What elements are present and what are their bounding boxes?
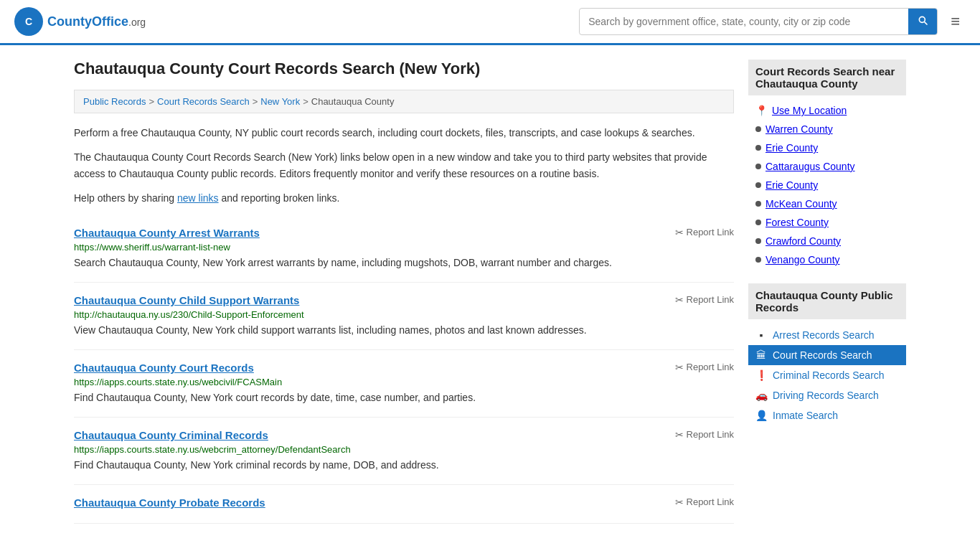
nearby-forest[interactable]: Forest County — [748, 213, 906, 232]
result-url-0: https://www.sheriff.us/warrant-list-new — [74, 242, 734, 253]
report-link-2[interactable]: ✂ Report Link — [675, 362, 734, 373]
nearby-section: Court Records Search near Chautauqua Cou… — [748, 60, 906, 269]
breadcrumb-public-records[interactable]: Public Records — [83, 96, 146, 107]
report-link-3[interactable]: ✂ Report Link — [675, 429, 734, 441]
result-desc-0: Search Chautauqua County, New York arres… — [74, 255, 734, 270]
breadcrumb: Public Records > Court Records Search > … — [74, 90, 734, 113]
nearby-warren[interactable]: Warren County — [748, 120, 906, 138]
report-link-4[interactable]: ✂ Report Link — [675, 496, 734, 508]
breadcrumb-new-york[interactable]: New York — [260, 96, 300, 107]
result-url-1: http://chautauqua.ny.us/230/Child-Suppor… — [74, 309, 734, 320]
nearby-header: Court Records Search near Chautauqua Cou… — [748, 60, 906, 95]
report-icon-2: ✂ — [675, 362, 684, 373]
report-link-0[interactable]: ✂ Report Link — [675, 227, 734, 238]
dot-icon — [755, 201, 761, 207]
public-records-header: Chautauqua County Public Records — [748, 283, 906, 319]
dot-icon — [755, 220, 761, 225]
public-records-section: Chautauqua County Public Records ▪ Arres… — [748, 283, 906, 425]
description-1: Perform a free Chautauqua County, NY pub… — [74, 125, 734, 141]
pr-court[interactable]: 🏛 Court Records Search — [748, 345, 906, 365]
result-desc-2: Find Chautauqua County, New York court r… — [74, 390, 734, 405]
description-2: The Chautauqua County Court Records Sear… — [74, 149, 734, 182]
report-link-1[interactable]: ✂ Report Link — [675, 294, 734, 306]
logo-icon: C — [14, 7, 43, 36]
dot-icon — [755, 164, 761, 169]
result-item-1: Chautauqua County Child Support Warrants… — [74, 283, 734, 350]
breadcrumb-court-records[interactable]: Court Records Search — [157, 96, 250, 107]
driving-icon: 🚗 — [755, 390, 767, 401]
content-area: Chautauqua County Court Records Search (… — [74, 60, 734, 524]
header: C CountyOffice.org ≡ — [0, 0, 980, 45]
svg-text:C: C — [25, 16, 32, 27]
pr-inmate[interactable]: 👤 Inmate Search — [748, 405, 906, 425]
dot-icon — [755, 126, 761, 132]
sidebar: Court Records Search near Chautauqua Cou… — [748, 60, 906, 524]
court-icon: 🏛 — [755, 349, 767, 361]
nearby-crawford[interactable]: Crawford County — [748, 232, 906, 250]
page-title: Chautauqua County Court Records Search (… — [74, 60, 734, 78]
header-right: ≡ — [579, 8, 966, 35]
result-item-2: Chautauqua County Court Records ✂ Report… — [74, 350, 734, 418]
main-container: Chautauqua County Court Records Search (… — [60, 45, 920, 538]
nearby-cattaraugus[interactable]: Cattaraugus County — [748, 157, 906, 176]
result-title-2[interactable]: Chautauqua County Court Records — [74, 362, 254, 374]
logo-area: C CountyOffice.org — [14, 7, 146, 36]
nearby-mckean[interactable]: McKean County — [748, 194, 906, 213]
location-pin-icon: 📍 — [755, 105, 768, 116]
inmate-icon: 👤 — [755, 410, 767, 421]
result-desc-3: Find Chautauqua County, New York crimina… — [74, 458, 734, 473]
result-title-0[interactable]: Chautauqua County Arrest Warrants — [74, 227, 260, 239]
nearby-erie-1[interactable]: Erie County — [748, 138, 906, 157]
nearby-venango[interactable]: Venango County — [748, 250, 906, 269]
result-item-0: Chautauqua County Arrest Warrants ✂ Repo… — [74, 215, 734, 283]
result-item-3: Chautauqua County Criminal Records ✂ Rep… — [74, 418, 734, 485]
breadcrumb-current: Chautauqua County — [311, 96, 395, 107]
search-bar — [579, 8, 938, 35]
new-links-link[interactable]: new links — [177, 192, 219, 204]
pr-arrest[interactable]: ▪ Arrest Records Search — [748, 325, 906, 345]
result-title-4[interactable]: Chautauqua County Probate Records — [74, 496, 265, 509]
dot-icon — [755, 145, 761, 151]
result-item-4: Chautauqua County Probate Records ✂ Repo… — [74, 485, 734, 524]
pr-driving[interactable]: 🚗 Driving Records Search — [748, 385, 906, 405]
use-location-link[interactable]: 📍 Use My Location — [748, 101, 906, 120]
logo-text: CountyOffice.org — [47, 14, 146, 29]
report-icon-1: ✂ — [675, 294, 684, 306]
menu-icon[interactable]: ≡ — [945, 9, 966, 34]
search-button[interactable] — [908, 9, 937, 34]
dot-icon — [755, 257, 761, 263]
report-icon-0: ✂ — [675, 227, 684, 238]
result-url-2: https://iapps.courts.state.ny.us/webcivi… — [74, 377, 734, 387]
criminal-icon: ❗ — [755, 369, 767, 381]
dot-icon — [755, 238, 761, 244]
result-title-1[interactable]: Chautauqua County Child Support Warrants — [74, 294, 299, 306]
description-3: Help others by sharing new links and rep… — [74, 190, 734, 206]
result-desc-1: View Chautauqua County, New York child s… — [74, 323, 734, 338]
result-url-3: https://iapps.courts.state.ny.us/webcrim… — [74, 444, 734, 455]
report-icon-3: ✂ — [675, 429, 684, 441]
arrest-icon: ▪ — [755, 329, 767, 341]
report-icon-4: ✂ — [675, 496, 684, 508]
dot-icon — [755, 182, 761, 188]
search-input[interactable] — [580, 10, 908, 33]
nearby-erie-2[interactable]: Erie County — [748, 176, 906, 194]
result-title-3[interactable]: Chautauqua County Criminal Records — [74, 429, 268, 441]
pr-criminal[interactable]: ❗ Criminal Records Search — [748, 365, 906, 385]
